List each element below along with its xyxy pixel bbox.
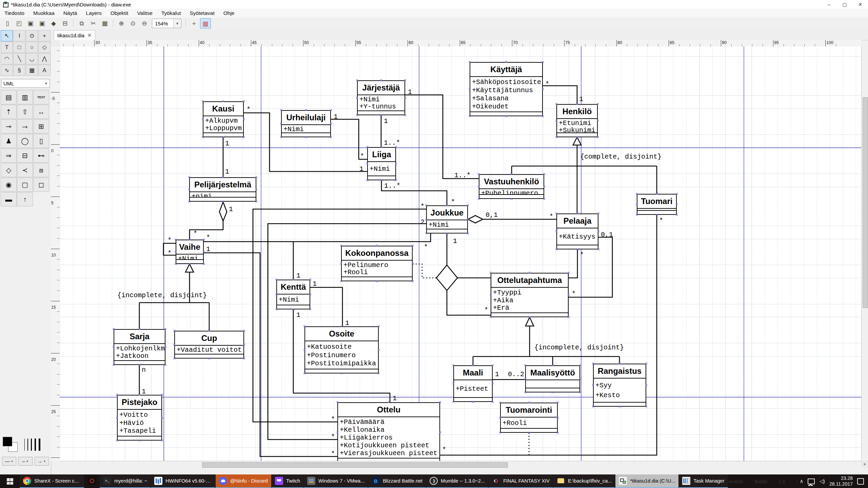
selection-handle[interactable]: × <box>542 172 546 176</box>
selection-handle[interactable]: × <box>366 162 369 165</box>
text-edit-tool[interactable]: I <box>13 30 25 41</box>
selection-handle[interactable]: × <box>452 364 455 367</box>
uml-class-pistejako[interactable]: Pistejako+Voitto+Häviö+Tasapeli <box>117 395 162 441</box>
selection-handle[interactable]: × <box>468 115 471 118</box>
selection-handle[interactable]: × <box>138 327 141 331</box>
taskbar-item-blizzard-battle-net[interactable]: Blizzard Battle.net <box>368 474 426 488</box>
selection-handle[interactable]: × <box>675 213 678 217</box>
scroll-tool[interactable]: + <box>38 30 51 41</box>
selection-handle[interactable]: × <box>309 278 312 281</box>
uml-usecase[interactable]: ◯ <box>17 134 33 148</box>
minimize-button[interactable]: – <box>821 0 837 9</box>
selection-handle[interactable]: × <box>375 244 379 247</box>
selection-handle[interactable]: × <box>578 377 582 381</box>
selection-handle[interactable]: × <box>498 431 502 434</box>
scrollbar-thumb[interactable] <box>863 97 868 308</box>
snap-to-grid-button[interactable]: ▦ <box>200 18 211 28</box>
uml-class-kausi[interactable]: Kausi+Alkupvm+Loppupvm <box>203 101 244 137</box>
selection-handle[interactable]: × <box>242 136 245 139</box>
uml-branch[interactable]: ≺ <box>17 163 33 177</box>
image-tool[interactable]: ▦ <box>26 65 38 76</box>
tab-tikasu1d[interactable]: tikasu1d.dia ✕ <box>54 30 95 40</box>
uml-class-ottelutapahtuma[interactable]: Ottelutapahtuma+Tyyppi+Aika+Erä <box>491 273 569 317</box>
selection-handle[interactable]: × <box>329 136 333 139</box>
uml-lifeline[interactable]: ▯ <box>33 134 49 148</box>
selection-handle[interactable]: × <box>279 136 283 139</box>
taskbar-item--ninfu-discord[interactable]: @Ninfu - Discord <box>216 474 271 488</box>
selection-handle[interactable]: × <box>403 79 407 82</box>
selection-handle[interactable]: × <box>524 364 527 367</box>
uml-classicon[interactable]: ⊷ <box>33 148 49 163</box>
selection-handle[interactable]: × <box>303 325 306 328</box>
selection-handle[interactable]: × <box>505 115 508 118</box>
chevron-down-icon[interactable]: ▼ <box>173 19 181 28</box>
uml-class-maali[interactable]: Maali+Pisteet <box>453 365 493 402</box>
uml-class-kokoonpanossa[interactable]: Kokoonpanossa+Pelinumero+Rooli <box>341 246 413 281</box>
taskbar-item-sharex-screen-ca-[interactable]: ShareX - Screen ca... <box>20 474 84 488</box>
selection-handle[interactable]: × <box>222 136 225 139</box>
selection-handle[interactable]: × <box>675 192 678 196</box>
uml-class-wide[interactable]: ▥ <box>17 90 33 104</box>
uml-class-vaihe[interactable]: Vaihe+Nimi <box>176 240 204 264</box>
selection-handle[interactable]: × <box>477 185 480 188</box>
line-width-4[interactable] <box>35 439 36 451</box>
selection-handle[interactable]: × <box>555 102 558 106</box>
selection-handle[interactable]: × <box>355 114 359 117</box>
selection-handle[interactable]: × <box>555 230 558 233</box>
selection-handle[interactable]: × <box>222 100 225 103</box>
uml-class-tuomarointi[interactable]: Tuomarointi+Rooli <box>500 403 558 433</box>
selection-handle[interactable]: × <box>115 393 119 396</box>
ellipse-tool[interactable]: ○ <box>26 42 38 53</box>
selection-handle[interactable]: × <box>221 176 224 179</box>
selection-handle[interactable]: × <box>411 244 414 247</box>
uml-actor[interactable]: ♟ <box>1 134 17 148</box>
uml-initial-state[interactable]: ◉ <box>1 178 17 192</box>
selection-handle[interactable]: × <box>242 118 245 121</box>
selection-handle[interactable]: × <box>115 439 119 442</box>
uml-class-järjestäjä[interactable]: Järjestäjä+Nimi+Y-tunnus <box>357 80 405 115</box>
volume-icon[interactable]: ◁) <box>819 478 825 484</box>
uml-class-maalisyöttö[interactable]: Maalisyöttö <box>525 365 580 392</box>
selection-handle[interactable]: × <box>202 250 205 253</box>
selection-handle[interactable]: × <box>510 172 513 176</box>
selection-handle[interactable]: × <box>491 400 494 404</box>
uml-class-rangaistus[interactable]: Rangaistus+Syy+Kesto <box>593 364 646 407</box>
uml-class-pelijärjestelmä[interactable]: Pelijärjestelmä+nimi <box>189 177 256 202</box>
selection-handle[interactable]: × <box>541 87 545 91</box>
taskbar-item-myerd-hilla-[interactable]: myerd@hilla: ~ <box>100 474 151 488</box>
selection-handle[interactable]: × <box>403 96 407 100</box>
selection-handle[interactable]: × <box>438 401 442 404</box>
maximize-button[interactable]: ▢ <box>837 0 852 9</box>
selection-handle[interactable]: × <box>527 431 531 434</box>
line-width-3[interactable] <box>31 439 32 451</box>
close-icon[interactable]: ✕ <box>87 33 92 38</box>
uml-class-vastuuhenkilö[interactable]: Vastuuhenkilö+Puhelinnumero <box>479 174 544 199</box>
selection-handle[interactable]: × <box>591 405 595 408</box>
uml-state[interactable]: ▢ <box>17 178 33 192</box>
uml-class-sarja[interactable]: Sarja+Lohkojenlkm+Jatkoon <box>114 329 165 365</box>
selection-handle[interactable]: × <box>164 345 167 349</box>
selection-handle[interactable]: × <box>242 100 245 103</box>
box-tool[interactable]: □ <box>13 42 25 53</box>
beziergon-tool[interactable]: ◠ <box>1 53 13 64</box>
selection-handle[interactable]: × <box>576 212 579 215</box>
line-width-1[interactable] <box>24 439 25 451</box>
selection-handle[interactable]: × <box>466 232 470 235</box>
action-center-icon[interactable] <box>857 478 864 485</box>
scroll-corner[interactable]: + <box>861 461 868 468</box>
line-width-2[interactable] <box>27 439 28 451</box>
taskbar-item-windows-7-vmwa-[interactable]: Windows 7 - VMwa... <box>304 474 368 488</box>
start-button[interactable] <box>0 474 20 488</box>
selection-handle[interactable]: × <box>242 329 246 332</box>
selection-handle[interactable]: × <box>112 327 115 331</box>
menu-näytä[interactable]: Näytä <box>59 9 82 18</box>
menu-työkalut[interactable]: Työkalut <box>157 9 185 18</box>
print-button[interactable]: ⊟ <box>60 18 71 28</box>
selection-handle[interactable]: × <box>591 384 595 387</box>
snap-to-point-button[interactable]: ＋ <box>189 18 199 28</box>
uml-dependency[interactable]: ⤑ <box>17 119 33 134</box>
selection-handle[interactable]: × <box>527 401 531 404</box>
zoom-out-button[interactable]: ⊖ <box>139 18 150 28</box>
bezierline-tool[interactable]: § <box>13 65 25 76</box>
selection-handle[interactable]: × <box>528 271 531 274</box>
